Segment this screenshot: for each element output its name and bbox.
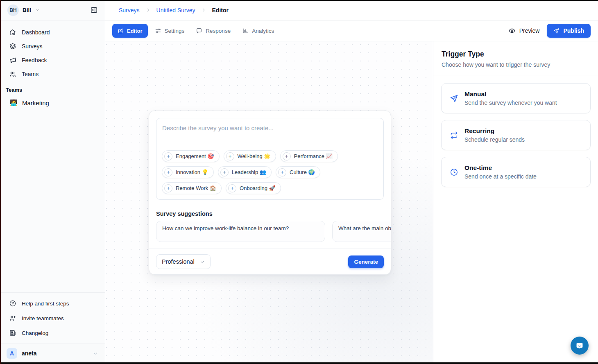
suggestions-title: Survey suggestions <box>156 210 384 217</box>
edit-icon <box>118 28 124 34</box>
sidebar-item-dashboard[interactable]: Dashboard <box>5 25 100 39</box>
chip-remote-work[interactable]: +Remote Work 🏠 <box>162 182 222 194</box>
chevron-down-icon <box>35 8 40 12</box>
sidebar-item-surveys[interactable]: Surveys <box>5 39 100 53</box>
account-name: aneta <box>22 350 37 357</box>
sidebar-item-label: Teams <box>22 71 39 77</box>
panel-collapse-icon <box>90 6 98 14</box>
trigger-options: Manual Send the survey whenever you want… <box>433 75 598 187</box>
survey-composer-card: Describe the survey you want to create..… <box>149 111 391 275</box>
option-description: Send the survey whenever you want <box>464 99 557 106</box>
sidebar-spacer <box>0 110 105 292</box>
tab-editor[interactable]: Editor <box>112 24 148 38</box>
chip-leadership[interactable]: +Leadership 👥 <box>218 166 272 178</box>
chip-label: Well-being 🌟 <box>238 153 271 159</box>
plus-icon: + <box>164 184 172 192</box>
breadcrumb-untitled-survey[interactable]: Untitled Survey <box>156 7 195 14</box>
send-icon <box>450 94 458 106</box>
technologist-emoji-icon: 🧑‍💻 <box>10 99 17 106</box>
prompt-input[interactable]: Describe the survey you want to create..… <box>156 118 384 200</box>
sidebar-item-label: Changelog <box>22 330 48 336</box>
sidebar-item-teams[interactable]: Teams <box>5 67 100 81</box>
sidebar-item-help[interactable]: Help and first steps <box>5 296 100 311</box>
plus-icon: + <box>283 152 291 161</box>
trigger-option-manual[interactable]: Manual Send the survey whenever you want <box>441 83 591 113</box>
breadcrumb-editor: Editor <box>212 7 229 14</box>
tab-label: Settings <box>165 28 185 34</box>
tab-analytics[interactable]: Analytics <box>238 24 279 38</box>
sidebar-item-team-marketing[interactable]: 🧑‍💻 Marketing <box>5 95 100 110</box>
trigger-type-panel: Trigger Type Choose how you want to trig… <box>433 41 598 362</box>
suggestion-card[interactable]: What are the main ob <box>332 221 391 242</box>
chat-bubble-icon <box>196 27 202 34</box>
chip-well-being[interactable]: +Well-being 🌟 <box>224 150 276 162</box>
send-icon <box>553 28 559 34</box>
sidebar-item-invite[interactable]: Invite teammates <box>5 311 100 326</box>
chip-label: Remote Work 🏠 <box>176 185 216 191</box>
generate-button[interactable]: Generate <box>348 255 384 268</box>
tab-label: Analytics <box>252 28 274 34</box>
window-edge-top <box>0 0 598 1</box>
tab-label: Editor <box>127 28 143 34</box>
prompt-placeholder: Describe the survey you want to create..… <box>156 118 383 131</box>
workspace-name: Bill <box>23 7 31 13</box>
plus-icon: + <box>164 168 172 176</box>
suggestions-row: How can we improve work-life balance in … <box>156 221 391 242</box>
trigger-option-recurring[interactable]: Recurring Schedule regular sends <box>441 120 591 150</box>
publish-button[interactable]: Publish <box>547 24 591 38</box>
chip-label: Innovation 💡 <box>176 169 208 175</box>
sidebar-item-changelog[interactable]: Changelog <box>5 326 100 340</box>
chip-performance[interactable]: +Performance 📈 <box>280 150 338 162</box>
option-title: Recurring <box>464 127 525 135</box>
sidebar-collapse-button[interactable] <box>88 5 99 16</box>
breadcrumb-surveys[interactable]: Surveys <box>119 7 140 14</box>
chip-label: Culture 🌍 <box>290 169 315 175</box>
chat-launcher-button[interactable] <box>571 337 589 355</box>
sidebar-item-label: Invite teammates <box>22 315 64 321</box>
plus-icon: + <box>228 184 236 192</box>
newspaper-icon <box>9 329 16 337</box>
breadcrumb: Surveys Untitled Survey Editor <box>105 0 598 20</box>
sidebar-item-label: Help and first steps <box>22 301 69 307</box>
repeat-icon <box>450 131 458 143</box>
tone-selected-value: Professional <box>162 258 195 265</box>
tab-response[interactable]: Response <box>191 24 235 38</box>
sidebar-item-label: Dashboard <box>22 29 50 36</box>
chip-label: Onboarding 🚀 <box>240 185 276 191</box>
sidebar-footer-nav: Help and first steps Invite teammates Ch… <box>0 292 105 344</box>
chat-smile-icon <box>575 341 584 350</box>
chip-label: Leadership 👥 <box>232 169 266 175</box>
tab-label: Response <box>206 28 231 34</box>
sidebar-item-label: Surveys <box>22 43 43 50</box>
chip-onboarding[interactable]: +Onboarding 🚀 <box>226 182 281 194</box>
preview-button[interactable]: Preview <box>508 27 540 34</box>
publish-label: Publish <box>563 27 584 34</box>
preview-label: Preview <box>519 27 540 34</box>
home-icon <box>9 29 16 36</box>
bar-chart-icon <box>242 27 249 34</box>
trigger-option-one-time[interactable]: One-time Send once at a specific date <box>441 157 591 187</box>
plus-icon: + <box>164 152 172 161</box>
composer-footer: Professional Generate <box>149 249 391 274</box>
sidebar-item-feedback[interactable]: Feedback <box>5 53 100 67</box>
chevron-down-icon <box>199 259 205 265</box>
chevron-down-icon <box>93 350 98 356</box>
panel-subtitle: Choose how you want to trigger the surve… <box>442 61 590 68</box>
chevron-right-icon <box>201 7 206 13</box>
eye-icon <box>508 27 516 34</box>
account-menu[interactable]: A aneta <box>0 344 105 362</box>
chip-label: Engagement 🎯 <box>176 153 214 159</box>
workspace-switcher[interactable]: BH Bill <box>0 0 105 20</box>
suggestion-card[interactable]: How can we improve work-life balance in … <box>156 221 325 242</box>
chip-label: Performance 📈 <box>294 153 333 159</box>
chip-engagement[interactable]: +Engagement 🎯 <box>162 150 220 162</box>
option-description: Schedule regular sends <box>464 136 525 143</box>
tone-select[interactable]: Professional <box>156 254 211 269</box>
sidebar-nav: Dashboard Surveys Feedback Teams <box>0 20 105 81</box>
sidebar: BH Bill Dashboard Surveys <box>0 0 105 362</box>
chip-culture[interactable]: +Culture 🌍 <box>276 166 320 178</box>
users-icon <box>9 70 16 78</box>
tab-settings[interactable]: Settings <box>150 24 189 38</box>
editor-canvas[interactable]: Describe the survey you want to create..… <box>105 41 433 362</box>
chip-innovation[interactable]: +Innovation 💡 <box>162 166 214 178</box>
